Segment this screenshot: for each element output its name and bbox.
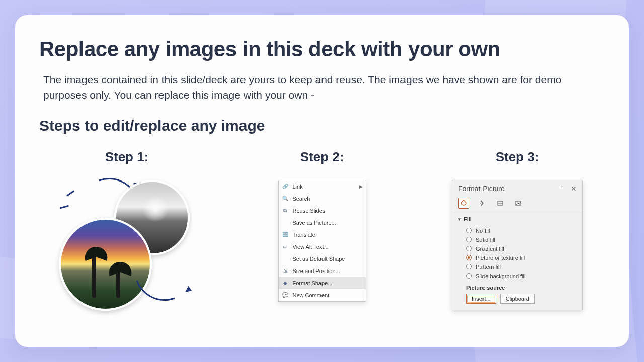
search-icon: 🔍 — [282, 195, 289, 202]
step-1-illustration — [59, 180, 195, 311]
option-label: Pattern fill — [476, 264, 501, 270]
radio-icon — [466, 273, 472, 279]
section-header[interactable]: Fill — [458, 216, 576, 222]
menu-item-label: Format Shape... — [293, 280, 333, 286]
option-pattern-fill[interactable]: Pattern fill — [458, 262, 576, 272]
step-2-label: Step 2: — [300, 149, 344, 165]
context-menu: 🔗 Link ▶ 🔍 Search ⧉ Reuse Slides Save as… — [278, 180, 366, 302]
option-gradient-fill[interactable]: Gradient fill — [458, 244, 576, 253]
blank-icon — [282, 255, 289, 262]
menu-link[interactable]: 🔗 Link ▶ — [279, 180, 366, 193]
radio-icon — [466, 255, 472, 260]
radio-icon — [466, 237, 472, 242]
menu-item-label: Search — [293, 196, 310, 202]
radio-icon — [466, 264, 472, 269]
tab-fill-icon[interactable] — [458, 198, 469, 209]
menu-item-label: Size and Position... — [293, 268, 340, 274]
radio-icon — [466, 246, 472, 251]
tab-picture-icon[interactable] — [513, 198, 524, 209]
menu-item-label: New Comment — [293, 292, 330, 298]
menu-size-position[interactable]: ⇲ Size and Position... — [279, 265, 366, 277]
tab-effects-icon[interactable] — [476, 198, 488, 209]
menu-save-as-picture[interactable]: Save as Picture... — [279, 217, 366, 229]
tab-size-icon[interactable] — [495, 198, 506, 209]
menu-alt-text[interactable]: ▭ View Alt Text... — [279, 241, 366, 253]
menu-item-label: Translate — [293, 232, 315, 238]
format-picture-panel: Format Picture ˅ ✕ — [452, 180, 583, 310]
panel-title: Format Picture — [458, 185, 505, 193]
format-icon: ◆ — [282, 280, 289, 287]
menu-new-comment[interactable]: 💬 New Comment — [279, 289, 366, 301]
option-label: Slide background fill — [476, 273, 525, 279]
clipboard-button[interactable]: Clipboard — [500, 294, 535, 304]
option-solid-fill[interactable]: Solid fill — [458, 235, 576, 244]
panel-tabs — [452, 196, 582, 213]
step-3: Step 3: Format Picture ˅ ✕ — [430, 149, 605, 311]
option-label: No fill — [476, 228, 490, 234]
step-2: Step 2: 🔗 Link ▶ 🔍 Search ⧉ Reuse Slides — [234, 149, 410, 311]
submenu-arrow-icon: ▶ — [359, 184, 363, 189]
option-slide-bg-fill[interactable]: Slide background fill — [458, 272, 576, 281]
menu-item-label: View Alt Text... — [293, 244, 329, 250]
insert-button[interactable]: Insert... — [466, 294, 496, 304]
option-picture-fill[interactable]: Picture or texture fill — [458, 253, 576, 262]
collapse-icon[interactable]: ˅ — [558, 185, 565, 193]
menu-item-label: Link — [293, 184, 303, 190]
option-label: Picture or texture fill — [476, 255, 525, 261]
menu-item-label: Set as Default Shape — [293, 256, 345, 262]
section-title: Fill — [464, 216, 472, 222]
step-1-label: Step 1: — [105, 149, 149, 165]
panel-header: Format Picture ˅ ✕ — [452, 180, 582, 196]
menu-default-shape[interactable]: Set as Default Shape — [279, 253, 366, 265]
slide-title: Replace any images in this deck with you… — [39, 37, 605, 61]
option-no-fill[interactable]: No fill — [458, 226, 576, 235]
picture-source-label: Picture source — [458, 281, 576, 294]
reuse-icon: ⧉ — [282, 207, 289, 214]
alt-text-icon: ▭ — [282, 243, 289, 250]
step-1: Step 1: — [39, 149, 214, 311]
comment-icon: 💬 — [282, 292, 289, 299]
link-icon: 🔗 — [282, 183, 289, 190]
fill-section: Fill No fill Solid fill Gradient fill — [452, 213, 582, 310]
menu-translate[interactable]: 🈁 Translate — [279, 229, 366, 241]
menu-item-label: Save as Picture... — [293, 220, 336, 226]
radio-icon — [466, 228, 472, 233]
menu-item-label: Reuse Slides — [293, 208, 326, 214]
close-icon[interactable]: ✕ — [570, 185, 577, 193]
menu-format-shape[interactable]: ◆ Format Shape... — [279, 277, 366, 289]
size-icon: ⇲ — [282, 267, 289, 275]
option-label: Solid fill — [476, 237, 495, 243]
step-3-label: Step 3: — [496, 149, 539, 165]
slide-description: The images contained in this slide/deck … — [43, 72, 601, 103]
blank-icon — [282, 219, 289, 226]
slide-subtitle: Steps to edit/replace any image — [39, 117, 605, 134]
menu-reuse-slides[interactable]: ⧉ Reuse Slides — [279, 205, 366, 217]
translate-icon: 🈁 — [282, 231, 289, 238]
source-buttons: Insert... Clipboard — [458, 294, 576, 304]
svg-marker-0 — [481, 201, 483, 206]
option-label: Gradient fill — [476, 246, 504, 252]
slide-card: Replace any images in this deck with you… — [15, 15, 629, 347]
steps-row: Step 1: Step 2: 🔗 Link — [39, 149, 605, 311]
menu-search[interactable]: 🔍 Search — [279, 193, 366, 205]
